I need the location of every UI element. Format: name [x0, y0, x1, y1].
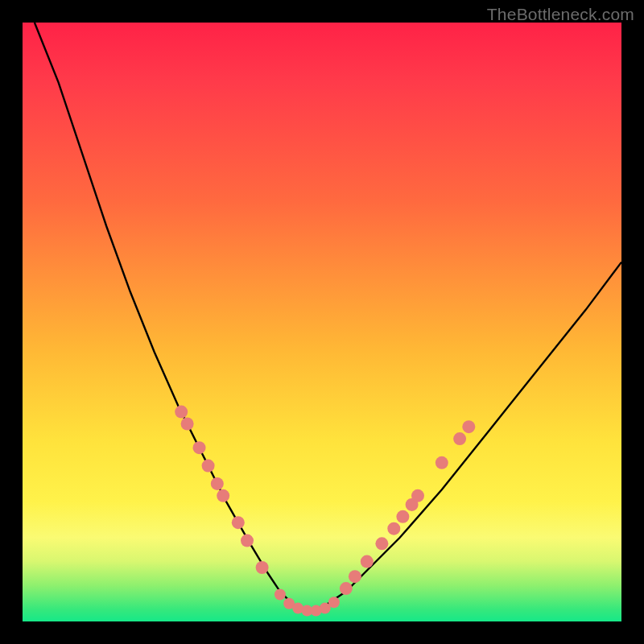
curve-marker	[453, 432, 466, 445]
curve-marker	[387, 522, 400, 535]
curve-marker	[349, 570, 361, 583]
curve-marker	[175, 406, 188, 419]
curve-marker	[181, 418, 194, 431]
curve-marker	[211, 477, 224, 490]
curve-marker	[411, 489, 424, 502]
chart-frame: TheBottleneck.com	[0, 0, 644, 644]
watermark-text: TheBottleneck.com	[487, 5, 634, 24]
curve-marker	[375, 537, 388, 550]
plot-area	[23, 23, 621, 621]
curve-marker	[232, 516, 245, 529]
curve-marker	[436, 456, 448, 469]
curve-markers	[175, 406, 475, 617]
curve-marker	[328, 597, 340, 608]
curve-marker	[193, 441, 206, 454]
curve-marker	[241, 535, 254, 547]
curve-marker	[275, 589, 286, 601]
curve-marker	[361, 555, 374, 568]
bottleneck-curve-path	[35, 23, 621, 609]
curve-marker	[462, 420, 475, 433]
curve-marker	[202, 460, 215, 473]
curve-marker	[340, 582, 353, 595]
curve-marker	[256, 561, 269, 574]
bottleneck-curve-svg	[23, 23, 621, 621]
curve-marker	[217, 489, 229, 502]
curve-marker	[396, 510, 409, 523]
